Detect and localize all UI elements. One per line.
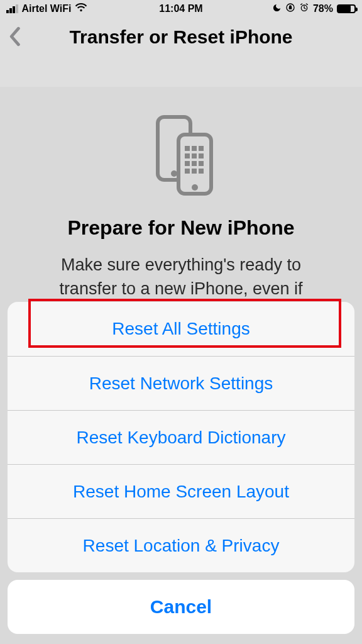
status-right: 78%	[272, 3, 356, 15]
svg-rect-9	[185, 153, 190, 158]
svg-rect-6	[185, 146, 190, 151]
wifi-icon	[75, 3, 87, 14]
svg-point-5	[192, 184, 198, 191]
svg-rect-17	[199, 169, 204, 174]
battery-fill	[338, 6, 351, 12]
status-left: Airtel WiFi	[6, 3, 87, 14]
svg-rect-16	[192, 169, 197, 174]
signal-icon	[6, 4, 18, 13]
svg-rect-12	[185, 161, 190, 166]
back-button[interactable]	[8, 26, 26, 49]
reset-network-settings-button[interactable]: Reset Network Settings	[8, 356, 354, 410]
nav-header: Transfer or Reset iPhone	[0, 18, 362, 87]
carrier-label: Airtel WiFi	[22, 3, 72, 14]
svg-point-3	[171, 170, 177, 177]
cancel-button[interactable]: Cancel	[8, 580, 354, 634]
svg-rect-13	[192, 161, 197, 166]
hero-body: Make sure everything's ready to transfer…	[30, 253, 332, 301]
reset-keyboard-dictionary-button[interactable]: Reset Keyboard Dictionary	[8, 410, 354, 464]
svg-rect-7	[192, 146, 197, 151]
two-iphones-icon	[146, 114, 216, 199]
battery-icon	[337, 4, 356, 13]
alarm-icon	[299, 3, 309, 15]
moon-icon	[272, 3, 282, 15]
hero-heading: Prepare for New iPhone	[30, 216, 332, 240]
svg-rect-10	[192, 153, 197, 158]
svg-rect-8	[199, 146, 204, 151]
sheet-option-group: Reset All Settings Reset Network Setting…	[8, 302, 354, 572]
reset-all-settings-button[interactable]: Reset All Settings	[8, 302, 354, 356]
svg-rect-11	[199, 153, 204, 158]
page-title: Transfer or Reset iPhone	[26, 26, 336, 48]
svg-rect-15	[185, 169, 190, 174]
action-sheet: Reset All Settings Reset Network Setting…	[8, 302, 354, 634]
reset-home-screen-layout-button[interactable]: Reset Home Screen Layout	[8, 464, 354, 518]
svg-rect-14	[199, 161, 204, 166]
reset-location-privacy-button[interactable]: Reset Location & Privacy	[8, 518, 354, 572]
orientation-lock-icon	[285, 3, 295, 15]
main-content: Prepare for New iPhone Make sure everyth…	[0, 87, 362, 301]
status-bar: Airtel WiFi 11:04 PM 78%	[0, 0, 362, 18]
battery-label: 78%	[313, 3, 333, 14]
